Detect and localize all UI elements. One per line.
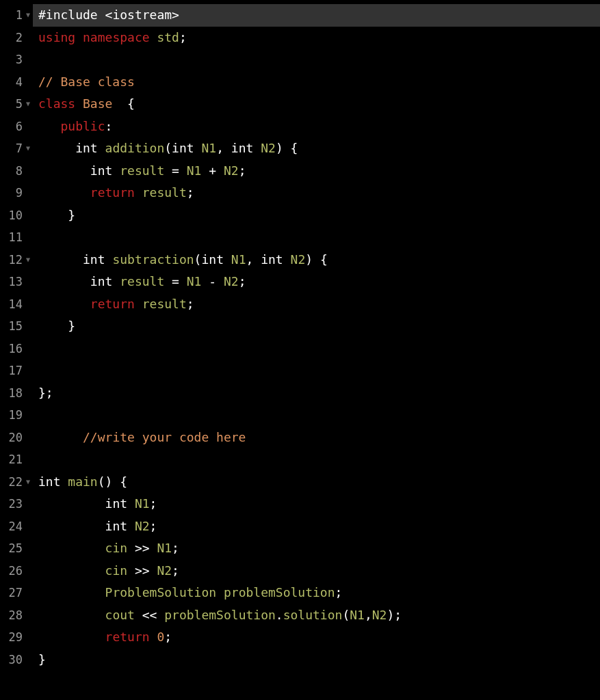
line-number: 10 [9,204,23,227]
line-number: 20 [9,427,23,449]
code-line[interactable]: int result = N1 - N2; [33,271,600,293]
code-token: std [157,27,179,49]
code-token: using [38,27,75,49]
code-line[interactable]: //write your code here [33,427,600,449]
code-line[interactable]: using namespace std; [33,27,600,49]
gutter-line: 5▼ [0,93,30,116]
fold-marker-icon[interactable]: ▼ [25,93,30,116]
code-token [127,493,135,515]
code-token: N2 [224,160,239,183]
line-number: 14 [9,293,23,316]
line-number: 18 [9,382,23,405]
code-editor[interactable]: 1▼2345▼67▼89101112▼13141516171819202122▼… [0,0,600,700]
code-line[interactable]: return result; [33,182,600,204]
code-line[interactable]: // Base class [33,71,600,94]
code-token: N1 [187,271,202,293]
code-token: ( [342,604,350,627]
code-token: + [201,160,224,183]
code-line[interactable]: } [33,649,600,671]
code-token: << [135,604,164,627]
code-line[interactable]: int N2; [33,515,600,538]
code-token: N2 [157,560,172,582]
code-line[interactable]: int main() { [33,471,600,494]
gutter-line: 15 [0,315,30,338]
code-token: ; [150,493,157,515]
code-token: , [246,249,261,271]
line-number: 4 [16,71,23,94]
code-line[interactable]: int addition(int N1, int N2) { [33,137,600,160]
line-number: 28 [9,604,23,627]
code-token: , [365,604,372,627]
code-line[interactable]: int N1; [33,493,600,515]
code-token: result [120,271,164,293]
code-token: ; [172,537,179,560]
code-line[interactable]: class Base { [33,93,600,116]
code-token: () { [98,471,127,494]
code-token: : [105,116,113,138]
code-line[interactable]: cin >> N2; [33,560,600,582]
gutter-line: 19 [0,404,30,427]
code-line[interactable]: public: [33,116,600,138]
line-number-gutter: 1▼2345▼67▼89101112▼13141516171819202122▼… [0,4,33,700]
gutter-line: 14 [0,293,30,316]
code-token: 0 [157,626,164,649]
code-line[interactable] [33,226,600,249]
code-line[interactable]: } [33,204,600,227]
gutter-line: 7▼ [0,137,30,160]
code-line[interactable] [33,49,600,71]
gutter-line: 18 [0,382,30,405]
code-token: } [38,204,75,227]
code-line[interactable]: return result; [33,293,600,316]
code-token [75,27,83,49]
code-line[interactable]: int subtraction(int N1, int N2) { [33,249,600,271]
line-number: 16 [9,338,23,360]
code-line[interactable]: cout << problemSolution.solution(N1,N2); [33,604,600,627]
code-line[interactable]: #include <iostream> [33,4,600,27]
code-line[interactable]: } [33,315,600,338]
code-line[interactable]: return 0; [33,626,600,649]
code-line[interactable] [33,338,600,360]
gutter-line: 4 [0,71,30,94]
gutter-line: 3 [0,49,30,71]
code-token: int [90,160,113,183]
code-token: ; [172,560,179,582]
code-token: int [261,249,283,271]
code-token [112,271,120,293]
fold-marker-icon[interactable]: ▼ [25,137,30,160]
fold-marker-icon[interactable]: ▼ [25,249,30,271]
code-token: addition [105,137,165,160]
gutter-line: 8 [0,160,30,183]
code-token [224,249,231,271]
line-number: 11 [9,226,23,249]
code-line[interactable] [33,360,600,382]
code-token: int [38,471,61,494]
code-line[interactable]: ProblemSolution problemSolution; [33,582,600,604]
code-token: ); [387,604,402,627]
fold-marker-icon[interactable]: ▼ [25,471,30,494]
code-token: - [201,271,224,293]
code-token [112,160,120,183]
code-line[interactable]: int result = N1 + N2; [33,160,600,183]
code-area[interactable]: #include <iostream>using namespace std;/… [33,4,600,700]
code-token: } [38,649,46,671]
gutter-line: 29 [0,626,30,649]
code-token: problemSolution [224,582,335,604]
code-token [283,249,291,271]
gutter-line: 24 [0,515,30,538]
code-token [38,493,105,515]
code-line[interactable] [33,404,600,427]
code-line[interactable]: cin >> N1; [33,537,600,560]
code-token [38,427,83,449]
code-token [38,160,90,183]
code-token: ) { [276,137,298,160]
line-number: 7 [16,137,23,160]
code-token: } [38,315,75,338]
line-number: 3 [16,49,23,71]
line-number: 6 [16,116,23,138]
code-token: N1 [157,537,172,560]
code-line[interactable] [33,448,600,471]
fold-marker-icon[interactable]: ▼ [25,4,30,27]
code-token [38,182,90,204]
code-line[interactable]: }; [33,382,600,405]
code-token: int [105,515,128,538]
